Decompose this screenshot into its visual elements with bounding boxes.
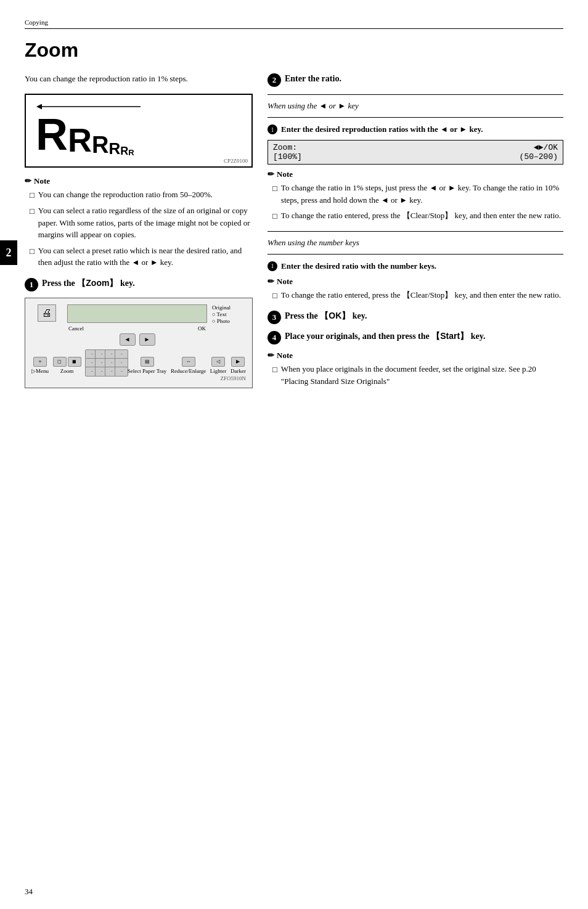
sub-step-1-num: 1 xyxy=(267,124,277,134)
panel-zoom-group: ◻ ◼ Zoom xyxy=(53,357,81,374)
panel-cancel-ok-row: Cancel OK xyxy=(67,325,207,332)
note-arrow-item-2: To change the ratio entered, press the 【… xyxy=(272,210,563,222)
panel-darker: ▶ Darker xyxy=(231,357,246,374)
lighter-btn[interactable]: ◁ xyxy=(211,357,225,367)
panel-lighter: ◁ Lighter xyxy=(210,357,227,374)
section-arrow-header: When using the ◄ or ► key xyxy=(267,101,563,111)
lcd-row-1: Zoom: ◄►/OK xyxy=(273,143,558,152)
note-step4-item-1: When you place originals in the document… xyxy=(272,363,563,387)
step-3-num: 3 xyxy=(267,311,281,324)
panel-bottom: ≡ ▷Menu ◻ ◼ Zoom · · · xyxy=(31,349,246,374)
divider-3 xyxy=(267,231,563,232)
note-step4-icon: ✏ xyxy=(267,351,274,361)
page: Copying Zoom 2 You can change the reprod… xyxy=(0,0,588,909)
step-4: 4 Place your originals, and then press t… xyxy=(267,330,563,344)
note-number-header: ✏ Note xyxy=(267,277,563,287)
divider-1 xyxy=(267,94,563,95)
content-area: You can change the reproduction ratio in… xyxy=(25,73,563,398)
page-number: 34 xyxy=(25,887,33,897)
note-arrow-icon: ✏ xyxy=(267,169,274,179)
step-3: 3 Press the 【OK】 key. xyxy=(267,310,563,324)
step-2-text: Enter the ratio. xyxy=(285,73,341,85)
note-arrow-item-1: To change the ratio in 1% steps, just pr… xyxy=(272,182,563,206)
note-step4-list: When you place originals in the document… xyxy=(267,363,563,387)
note-arrow: ✏ Note To change the ratio in 1% steps, … xyxy=(267,169,563,222)
note-number-item-1: To change the ratio entered, press the 【… xyxy=(272,289,563,302)
lcd-row-2: [100%] (50–200) xyxy=(273,152,558,161)
lcd-line2-left: [100%] xyxy=(273,152,302,161)
step-4-text: Place your originals, and then press the… xyxy=(285,330,485,343)
panel-reduce-enlarge: ↔ Reduce/Enlarge xyxy=(171,357,206,374)
panel-original-section: Original ○ Text ○ Photo xyxy=(212,304,246,346)
panel-printer-icon: 🖨 xyxy=(38,304,56,322)
divider-2 xyxy=(267,117,563,118)
page-title: Zoom xyxy=(25,39,563,62)
note-icon: ✏ xyxy=(25,176,31,186)
note-item-1: You can change the reproduction ratio fr… xyxy=(30,189,253,202)
right-column: 2 Enter the ratio. When using the ◄ or ►… xyxy=(267,73,563,398)
left-column: You can change the reproduction ratio in… xyxy=(25,73,253,398)
left-arrow-btn[interactable]: ◄ xyxy=(120,333,136,346)
step-4-num: 4 xyxy=(267,331,281,344)
lcd-line1-right: ◄►/OK xyxy=(534,143,558,152)
cancel-label: Cancel xyxy=(68,325,84,332)
note-item-2: You can select a ratio regardless of the… xyxy=(30,205,253,241)
step-2-num: 2 xyxy=(267,73,281,87)
zoom-btn1[interactable]: ◻ xyxy=(53,357,67,367)
lcd-line1-left: Zoom: xyxy=(273,143,297,152)
panel-top: 🖨 Cancel OK ◄ ► xyxy=(31,304,246,346)
chapter-tab: 2 xyxy=(0,240,17,265)
panel-left-icons: 🖨 xyxy=(31,304,62,346)
key-12[interactable]: · xyxy=(115,367,128,377)
panel-center: Cancel OK ◄ ► xyxy=(67,304,207,346)
r-letters-illustration: R R R R R R xyxy=(36,112,134,157)
step-2: 2 Enter the ratio. xyxy=(267,73,563,87)
note-number-list: To change the ratio entered, press the 【… xyxy=(267,289,563,302)
sub-step-1-text: Enter the desired reproduction ratios wi… xyxy=(281,124,483,135)
r-small4: R xyxy=(128,149,134,157)
numeric-keypad: · · · · · · · · · · · · xyxy=(85,349,123,374)
sub-step-1-num-2: 1 xyxy=(267,261,277,271)
note-main: ✏ Note You can change the reproduction r… xyxy=(25,176,253,269)
cp-label: CP2Z0100 xyxy=(224,158,248,164)
sub-step-1-number: 1 Enter the desired ratio with the numbe… xyxy=(267,261,563,272)
zfo-label: ZFO5910N xyxy=(31,375,246,381)
lcd-line2-right: (50–200) xyxy=(520,152,558,161)
panel-menu-group: ≡ ▷Menu xyxy=(31,357,49,374)
step-1-num: 1 xyxy=(25,278,38,291)
intro-text: You can change the reproduction ratio in… xyxy=(25,73,253,85)
arrow-svg xyxy=(36,102,147,111)
sub-step-1-arrow: 1 Enter the desired reproduction ratios … xyxy=(267,124,563,135)
ok-label: OK xyxy=(198,325,206,332)
note-number: ✏ Note To change the ratio entered, pres… xyxy=(267,277,563,302)
note-step4: ✏ Note When you place originals in the d… xyxy=(267,351,563,387)
divider-4 xyxy=(267,254,563,255)
zoom-btn2[interactable]: ◼ xyxy=(68,357,81,367)
panel-image: 🖨 Cancel OK ◄ ► xyxy=(25,298,253,388)
panel-lcd xyxy=(67,304,207,323)
note-main-list: You can change the reproduction ratio fr… xyxy=(25,189,253,269)
menu-btn[interactable]: ≡ xyxy=(33,357,47,367)
reduce-enlarge-btn[interactable]: ↔ xyxy=(182,357,195,367)
breadcrumb: Copying xyxy=(25,18,563,29)
select-paper-btn[interactable]: ▤ xyxy=(141,357,154,367)
r-small1: R xyxy=(92,133,108,157)
step-1-text: Press the 【Zoom】 key. xyxy=(42,277,135,290)
r-large: R xyxy=(36,112,68,157)
right-arrow-btn[interactable]: ► xyxy=(139,333,155,346)
note-main-header: ✏ Note xyxy=(25,176,253,186)
r-small2: R xyxy=(108,141,120,157)
lcd-display: Zoom: ◄►/OK [100%] (50–200) xyxy=(267,140,563,165)
panel-select-paper: ▤ Select Paper Tray xyxy=(128,357,167,374)
note-arrow-list: To change the ratio in 1% steps, just pr… xyxy=(267,182,563,222)
arrow-line xyxy=(36,102,147,113)
note-step4-header: ✏ Note xyxy=(267,351,563,361)
section-number-header: When using the number keys xyxy=(267,238,563,248)
r-small3: R xyxy=(120,145,128,157)
note-number-icon: ✏ xyxy=(267,277,274,287)
note-arrow-header: ✏ Note xyxy=(267,169,563,179)
note-item-3: You can select a preset ratio which is n… xyxy=(30,245,253,269)
r-medium: R xyxy=(68,123,92,157)
zoom-demo-image: R R R R R R xyxy=(25,94,253,168)
darker-btn[interactable]: ▶ xyxy=(231,357,245,367)
